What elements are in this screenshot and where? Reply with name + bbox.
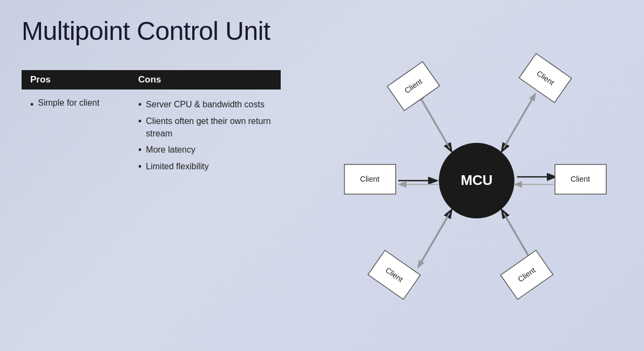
slide: Multipoint Control Unit Pros Cons Simple… bbox=[0, 0, 644, 351]
svg-line-17 bbox=[418, 213, 450, 267]
list-item: Clients often get their own return strea… bbox=[138, 115, 272, 140]
svg-line-5 bbox=[504, 94, 535, 148]
table-body: Simple for client Server CPU & bandwidth… bbox=[22, 90, 281, 185]
mcu-diagram: MCU Client Client Client bbox=[320, 27, 633, 334]
header-pros: Pros bbox=[30, 74, 138, 85]
list-item: Limited flexibility bbox=[138, 160, 272, 174]
list-item: Simple for client bbox=[30, 98, 138, 112]
svg-line-1 bbox=[418, 94, 450, 148]
pros-cons-panel: Pros Cons Simple for client Server CPU &… bbox=[22, 70, 302, 185]
table-header: Pros Cons bbox=[22, 70, 281, 90]
list-item: More latency bbox=[138, 143, 272, 157]
cons-list: Server CPU & bandwidth costs Clients oft… bbox=[138, 98, 272, 177]
list-item: Server CPU & bandwidth costs bbox=[138, 98, 272, 112]
pros-cons-table: Pros Cons Simple for client Server CPU &… bbox=[22, 70, 281, 185]
svg-text:Client: Client bbox=[571, 175, 590, 183]
svg-text:Client: Client bbox=[360, 175, 379, 183]
header-cons: Cons bbox=[138, 74, 272, 85]
mcu-label: MCU bbox=[460, 172, 492, 188]
pros-list: Simple for client bbox=[30, 98, 138, 112]
